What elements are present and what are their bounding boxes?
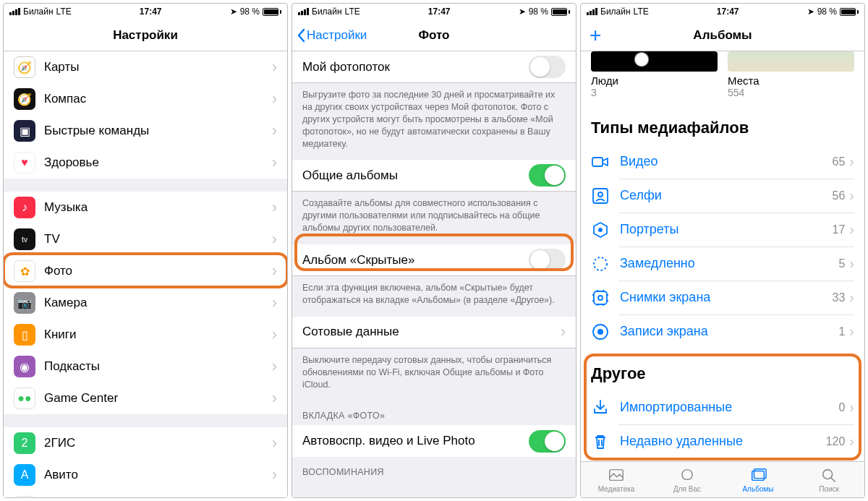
row-hidden-album[interactable]: Альбом «Скрытые» (292, 244, 576, 276)
back-button[interactable]: Настройки (297, 28, 367, 43)
svg-rect-5 (594, 291, 607, 304)
карты-label: Карты (44, 60, 272, 74)
chevron-right-icon: › (849, 323, 854, 340)
media-row-trash[interactable]: Недавно удаленные 120 › (581, 424, 864, 458)
chevron-left-icon (297, 28, 305, 43)
row-shared-albums[interactable]: Общие альбомы (292, 160, 576, 192)
slow-icon (591, 254, 610, 273)
svg-point-6 (598, 296, 603, 300)
tab-3-label: Поиск (819, 485, 839, 493)
tab-2-label: Альбомы (742, 485, 773, 493)
settings-row-компас[interactable]: 🧭 Компас › (4, 83, 287, 115)
media-row-video[interactable]: Видео 65 › (581, 145, 864, 179)
svg-point-3 (598, 228, 603, 232)
media-row-portrait[interactable]: Портреты 17 › (581, 213, 864, 247)
location-icon: ➤ (807, 7, 814, 17)
settings-row-антиреклама[interactable]: 🙅 АнтиРеклама › (4, 491, 287, 497)
chevron-right-icon: › (849, 221, 854, 238)
settings-row-авито[interactable]: A Авито › (4, 459, 287, 491)
chevron-right-icon: › (849, 399, 854, 416)
chevron-right-icon: › (849, 153, 854, 170)
people-thumb (591, 51, 718, 72)
battery-icon (840, 8, 859, 16)
settings-row-музыка[interactable]: ♪ Музыка › (4, 192, 287, 223)
settings-row-game-center[interactable]: ●● Game Center › (4, 382, 287, 414)
album-places[interactable]: Места 554 (728, 51, 854, 98)
tab-1[interactable]: Для Вас (652, 462, 723, 497)
cellular-footer: Выключите передачу сотовых данных, чтобы… (292, 348, 576, 401)
chevron-right-icon: › (272, 325, 287, 344)
chevron-right-icon: › (272, 262, 287, 281)
shared-footer: Создавайте альбомы для совместного испол… (292, 192, 576, 244)
screenshot-icon (591, 288, 610, 307)
быстрые-команды-icon: ▣ (14, 120, 35, 142)
settings-content[interactable]: 🧭 Карты › 🧭 Компас › ▣ Быстрые команды ›… (4, 51, 287, 497)
hidden-toggle[interactable] (529, 249, 566, 271)
location-icon: ➤ (230, 7, 237, 17)
add-button[interactable]: + (590, 25, 601, 46)
media-row-slow[interactable]: Замедленно 5 › (581, 247, 864, 281)
photostream-footer: Выгрузите фото за последние 30 дней и пр… (292, 83, 576, 160)
компас-label: Компас (44, 92, 272, 106)
музыка-icon: ♪ (14, 197, 35, 218)
row-photostream[interactable]: Мой фотопоток (292, 51, 576, 83)
screenshot-label: Снимки экрана (620, 290, 833, 305)
autoplay-toggle[interactable] (529, 430, 566, 453)
svg-rect-1 (593, 189, 608, 203)
tab-3[interactable]: Поиск (793, 462, 864, 497)
import-count: 0 (838, 401, 845, 414)
подкасты-icon: ◉ (14, 356, 35, 377)
row-cellular[interactable]: Сотовые данные › (292, 317, 576, 348)
shared-toggle[interactable] (529, 164, 566, 187)
фото-icon: ✿ (14, 260, 35, 282)
settings-row-быстрые-команды[interactable]: ▣ Быстрые команды › (4, 115, 287, 147)
status-bar: Билайн LTE 17:47 ➤ 98 % (4, 4, 287, 20)
photos-settings-content[interactable]: Мой фотопоток Выгрузите фото за последни… (292, 51, 576, 497)
компас-icon: 🧭 (14, 88, 35, 110)
albums-content[interactable]: Люди 3 Места 554 Типы медиафайлов Видео … (581, 51, 864, 461)
chevron-right-icon: › (272, 58, 287, 77)
media-row-screenrec[interactable]: Записи экрана 1 › (581, 314, 864, 348)
clock-label: 17:47 (140, 7, 162, 17)
places-label: Места (728, 74, 854, 87)
album-people[interactable]: Люди 3 (591, 51, 718, 98)
settings-row-здоровье[interactable]: ♥ Здоровье › (4, 147, 287, 179)
selfie-label: Селфи (620, 188, 833, 203)
import-label: Импортированные (620, 400, 838, 415)
settings-row-tv[interactable]: tv TV › (4, 223, 287, 255)
photostream-toggle[interactable] (529, 56, 566, 78)
tv-icon: tv (14, 228, 35, 250)
музыка-label: Музыка (44, 200, 272, 215)
media-row-selfie[interactable]: Селфи 56 › (581, 179, 864, 213)
settings-row-книги[interactable]: ▯ Книги › (4, 319, 287, 351)
settings-row-2гис[interactable]: 2 2ГИС › (4, 427, 287, 459)
settings-row-фото[interactable]: ✿ Фото › (4, 255, 287, 287)
tab-0-icon (608, 466, 625, 484)
portrait-icon (591, 220, 610, 239)
карты-icon: 🧭 (14, 56, 35, 78)
быстрые-команды-label: Быстрые команды (44, 124, 272, 138)
net-label: LTE (634, 7, 649, 17)
авито-icon: A (14, 464, 35, 486)
tab-0[interactable]: Медиатека (581, 462, 652, 497)
settings-row-карты[interactable]: 🧭 Карты › (4, 51, 287, 83)
media-row-import[interactable]: Импортированные 0 › (581, 390, 864, 424)
книги-icon: ▯ (14, 324, 35, 346)
portrait-label: Портреты (620, 222, 833, 237)
tab-2[interactable]: Альбомы (723, 462, 793, 497)
settings-row-подкасты[interactable]: ◉ Подкасты › (4, 351, 287, 382)
settings-row-камера[interactable]: 📷 Камера › (4, 287, 287, 319)
clock-label: 17:47 (428, 7, 451, 17)
nav-bar: Настройки Фото (292, 20, 576, 51)
video-label: Видео (620, 154, 833, 169)
other-list: Импортированные 0 › Недавно удаленные 12… (581, 390, 864, 458)
battery-pct: 98 % (529, 7, 548, 17)
chevron-right-icon: › (272, 90, 287, 108)
media-row-screenshot[interactable]: Снимки экрана 33 › (581, 281, 864, 314)
settings-group-2: ♪ Музыка › tv TV › ✿ Фото › 📷 Камера › ▯… (4, 192, 287, 414)
video-icon (591, 153, 610, 171)
chevron-right-icon: › (849, 255, 854, 272)
row-autoplay[interactable]: Автовоспр. видео и Live Photo (292, 425, 576, 457)
chevron-right-icon: › (272, 294, 287, 312)
chevron-right-icon: › (272, 121, 287, 140)
